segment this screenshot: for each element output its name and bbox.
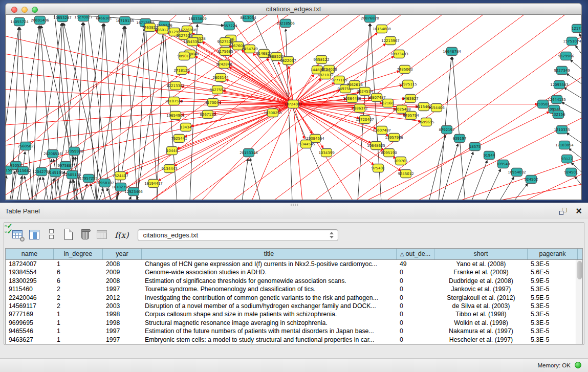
table-cell[interactable]: 5.3E-5 [528, 336, 578, 344]
table-cell[interactable]: 0 [397, 277, 434, 285]
network-canvas[interactable]: 1872400718300295193845541534454510343991… [5, 15, 582, 200]
table-cell[interactable]: 9777169 [6, 310, 54, 318]
table-cell[interactable]: 5.3E-5 [528, 302, 578, 310]
table-cell[interactable]: 18724007 [6, 260, 54, 268]
table-cell[interactable]: 6 [54, 268, 103, 276]
table-cell[interactable]: 1 [54, 319, 103, 327]
table-row[interactable]: 946362711997Embryonic stem cells: a mode… [6, 336, 582, 344]
network-graph[interactable]: 1872400718300295193845541534454510343991… [6, 15, 581, 200]
table-cell[interactable]: 0 [397, 319, 434, 327]
table-row[interactable]: 1938455462009Genome-wide association stu… [6, 268, 582, 276]
table-cell[interactable]: 5.3E-5 [528, 327, 578, 335]
column-header-year[interactable]: year [103, 249, 142, 259]
table-cell[interactable]: 2 [54, 285, 103, 293]
table-cell[interactable]: 5.6E-5 [528, 268, 578, 276]
table-cell[interactable]: 0 [397, 268, 434, 276]
table-row[interactable]: 1456911722003Disruption of a novel membe… [6, 302, 582, 310]
table-cell[interactable]: 9465546 [6, 327, 54, 335]
table-cell[interactable]: 2 [54, 302, 103, 310]
table-cell[interactable]: Stergiakouli et al. (2012) [434, 294, 528, 302]
row-stack-icon[interactable] [45, 228, 58, 242]
table-cell[interactable]: Jankovic et al. (1997) [434, 285, 528, 293]
table-cell[interactable]: Tourette syndrome. Phenomenology and cla… [142, 285, 397, 293]
table-cell[interactable]: de Silva et al. (2003) [434, 302, 528, 310]
network-window-titlebar[interactable]: citations_edges.txt [5, 3, 582, 15]
function-builder-icon[interactable]: f(x) [115, 230, 128, 240]
network-window[interactable]: citations_edges.txt 18724007183002951938… [5, 3, 582, 201]
table-cell[interactable]: 2009 [103, 268, 142, 276]
table-cell[interactable]: 49 [397, 260, 434, 268]
table-cell[interactable]: 22420046 [6, 294, 54, 302]
table-cell[interactable]: Hescheler et al. (1997) [434, 336, 528, 344]
table-cell[interactable]: 5.5E-5 [528, 294, 578, 302]
column-header-in_degree[interactable]: in_degree [54, 249, 103, 259]
table-cell[interactable]: 2003 [103, 302, 142, 310]
table-cell[interactable]: 0 [397, 310, 434, 318]
table-cell[interactable]: 2012 [103, 294, 142, 302]
table-cell[interactable]: 2008 [103, 277, 142, 285]
table-row[interactable]: 1872400712008Changes of HCN gene express… [6, 260, 582, 268]
table-cell[interactable]: 0 [397, 327, 434, 335]
select-rows-icon[interactable]: ▫✓▫✓ [5, 223, 18, 236]
table-row[interactable]: 2242004622012Investigating the contribut… [6, 294, 582, 302]
table-cell[interactable]: Genome-wide association studies in ADHD. [142, 268, 397, 276]
table-cell[interactable]: Structural magnetic resonance image aver… [142, 319, 397, 327]
close-window-icon[interactable] [11, 7, 17, 13]
table-cell[interactable]: 1997 [103, 285, 142, 293]
table-row[interactable]: 911546021997Tourette syndrome. Phenomeno… [6, 285, 582, 293]
memory-status-indicator[interactable] [575, 362, 581, 368]
table-cell[interactable]: 18300295 [6, 277, 54, 285]
minimize-window-icon[interactable] [21, 7, 28, 13]
table-cell[interactable]: Changes of HCN gene expression and I(f) … [142, 260, 397, 268]
table-cell[interactable]: Nakamura et al. (1997) [434, 327, 528, 335]
close-panel-icon[interactable]: × [576, 204, 582, 217]
table-cell[interactable]: Disruption of a novel member of a sodium… [142, 302, 397, 310]
select-column-icon[interactable] [28, 228, 41, 242]
table-cell[interactable]: 9115460 [6, 285, 54, 293]
table-cell[interactable]: Estimation of significance thresholds fo… [142, 277, 397, 285]
table-cell[interactable]: Dudbridge et al. (2008) [434, 277, 528, 285]
table-row[interactable]: 969969511998Structural magnetic resonanc… [6, 319, 582, 327]
maximize-window-icon[interactable] [32, 7, 38, 13]
table-cell[interactable]: 1 [54, 327, 103, 335]
table-cell[interactable]: 5.9E-5 [528, 277, 578, 285]
table-cell[interactable]: 14569117 [6, 302, 54, 310]
table-cell[interactable]: 1 [54, 260, 103, 268]
table-cell[interactable]: 6 [54, 277, 103, 285]
table-row[interactable]: 977716911998Corpus callosum shape and si… [6, 310, 582, 318]
column-header-out_de[interactable]: △out_de... [397, 249, 434, 259]
table-cell[interactable]: 5.3E-5 [528, 285, 578, 293]
table-cell[interactable]: 1997 [103, 327, 142, 335]
table-cell[interactable]: 1998 [103, 319, 142, 327]
panel-resize-grip[interactable] [291, 204, 298, 206]
table-cell[interactable]: 0 [397, 285, 434, 293]
table-cell[interactable]: 1998 [103, 310, 142, 318]
delete-table-icon[interactable] [79, 228, 92, 242]
table-cell[interactable]: 5.3E-5 [528, 319, 578, 327]
table-cell[interactable]: 5.3E-5 [528, 310, 578, 318]
table-cell[interactable]: Yano et al. (2008) [434, 260, 528, 268]
table-cell[interactable]: 2 [54, 294, 103, 302]
scrollbar-thumb[interactable] [577, 261, 582, 279]
table-cell[interactable]: Estimation of the future numbers of pati… [142, 327, 397, 335]
table-cell[interactable]: 0 [397, 336, 434, 344]
column-header-title[interactable]: title [142, 249, 397, 259]
column-header-pagerank[interactable]: pagerank [528, 249, 578, 259]
new-table-icon[interactable] [62, 228, 75, 242]
table-row[interactable]: 946554611997Estimation of the future num… [6, 327, 582, 335]
table-cell[interactable]: 9699695 [6, 319, 54, 327]
table-cell[interactable]: Franke et al. (2009) [434, 268, 528, 276]
table-cell[interactable]: Investigating the contribution of common… [142, 294, 397, 302]
column-header-name[interactable]: name [6, 249, 54, 259]
table-cell[interactable]: 0 [397, 302, 434, 310]
table-cell[interactable]: 2008 [103, 260, 142, 268]
table-cell[interactable]: 5.3E-5 [528, 260, 578, 268]
table-cell[interactable]: 1 [54, 336, 103, 344]
table-cell[interactable]: 0 [397, 294, 434, 302]
table-cell[interactable]: Embryonic stem cells: a model to study s… [142, 336, 397, 344]
table-source-dropdown[interactable]: citations_edges.txt [138, 229, 338, 241]
table-cell[interactable]: 1997 [103, 336, 142, 344]
float-panel-icon[interactable] [559, 208, 567, 215]
column-header-short[interactable]: short [434, 249, 528, 259]
table-cell[interactable]: Corpus callosum shape and size in male p… [142, 310, 397, 318]
